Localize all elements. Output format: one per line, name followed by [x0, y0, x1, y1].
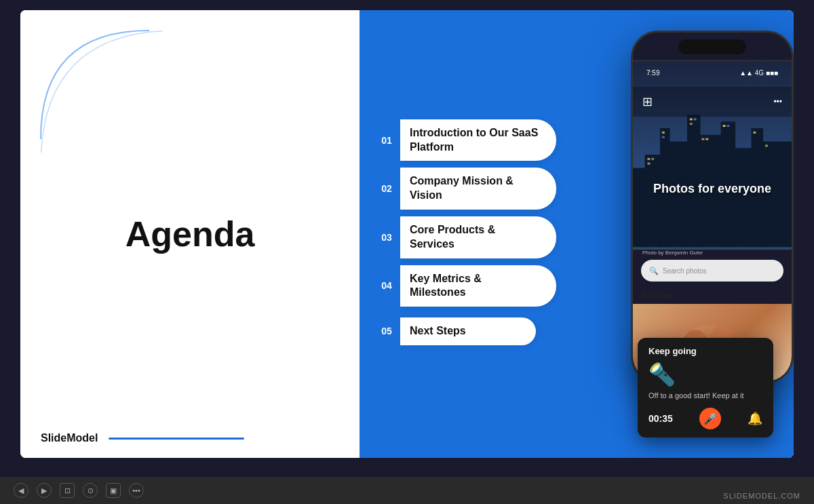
toolbar-back-button[interactable]: ◀	[14, 483, 28, 498]
agenda-badge-01: 01	[373, 123, 400, 158]
toolbar-forward-button[interactable]: ▶	[37, 483, 52, 498]
svg-rect-13	[647, 163, 650, 165]
keep-going-notification: Keep going 🔦 Off to a good start! Keep a…	[638, 338, 773, 438]
agenda-label-04: Key Metrics & Milestones	[400, 265, 556, 307]
brand-name: SlideModel	[41, 432, 98, 444]
svg-rect-22	[726, 125, 729, 127]
svg-rect-23	[753, 132, 756, 134]
slide-left-panel: Agenda SlideModel	[20, 10, 360, 458]
phone-signals: ▲▲ 4G ■■■	[739, 69, 778, 77]
svg-rect-14	[662, 132, 665, 134]
agenda-badge-04: 04	[373, 268, 400, 303]
notification-timer: 00:35	[648, 413, 673, 424]
phone-app-bar: ⊞ •••	[633, 87, 792, 117]
phone-notch	[678, 39, 746, 54]
phone-explore-label: Explore	[642, 290, 675, 301]
agenda-item-03: 03Core Products & Services	[373, 216, 604, 258]
bottom-toolbar: ◀ ▶ ⊡ ⊙ ▣ •••	[0, 477, 814, 504]
phone-screen: 7:59 ▲▲ 4G ■■■ ⊞ ••• Photos for everyone	[633, 33, 792, 381]
agenda-label-02: Company Mission & Vision	[400, 168, 556, 210]
notification-mic-button[interactable]: 🎤	[699, 408, 721, 429]
agenda-item-02: 02Company Mission & Vision	[373, 168, 604, 210]
app-menu-icon: •••	[773, 97, 782, 106]
svg-rect-19	[701, 138, 704, 140]
svg-rect-1	[633, 168, 646, 248]
app-icon: ⊞	[642, 94, 653, 109]
agenda-label-03: Core Products & Services	[400, 216, 556, 258]
svg-rect-11	[647, 158, 650, 160]
arc-decoration	[27, 17, 163, 153]
bottom-right-label: SLIDEMODEL.COM	[723, 492, 800, 500]
phone-search-bar[interactable]: 🔍 Search photos	[641, 260, 783, 282]
notification-footer: 00:35 🎤 🔔	[648, 408, 762, 429]
agenda-item-05: 05Next Steps	[373, 313, 604, 349]
toolbar-video-button[interactable]: ▣	[106, 483, 121, 498]
svg-rect-5	[687, 115, 700, 248]
notification-bell-icon: 🔔	[748, 411, 762, 426]
phone-content: 7:59 ▲▲ 4G ■■■ ⊞ ••• Photos for everyone	[633, 60, 792, 381]
agenda-items-area: 01Introduction to Our SaaS Platform02Com…	[360, 10, 604, 458]
svg-rect-18	[694, 118, 697, 120]
svg-rect-24	[765, 144, 768, 147]
slide-right-panel: 01Introduction to Our SaaS Platform02Com…	[360, 10, 794, 458]
agenda-item-01: 01Introduction to Our SaaS Platform	[373, 119, 604, 161]
agenda-badge-02: 02	[373, 171, 400, 206]
svg-rect-8	[734, 148, 752, 247]
svg-rect-16	[690, 118, 693, 120]
agenda-badge-05: 05	[373, 313, 400, 349]
phone-time: 7:59	[646, 69, 659, 77]
agenda-item-04: 04Key Metrics & Milestones	[373, 265, 604, 307]
branding-area: SlideModel	[41, 432, 244, 444]
svg-rect-21	[723, 125, 726, 127]
svg-rect-20	[705, 138, 708, 140]
brand-line	[109, 438, 244, 440]
notification-message: Off to a good start! Keep at it	[648, 391, 762, 400]
search-placeholder: Search photos	[663, 267, 707, 275]
toolbar-more-button[interactable]: •••	[129, 483, 144, 498]
svg-rect-17	[690, 123, 693, 125]
slide-title: Agenda	[125, 214, 255, 254]
slide-container: Agenda SlideModel 01Introduction to Our …	[20, 10, 794, 458]
agenda-label-01: Introduction to Our SaaS Platform	[400, 119, 556, 161]
photo-credit: Photo by Benjamin Guter	[642, 250, 703, 256]
notification-title: Keep going	[648, 346, 762, 356]
toolbar-copy-button[interactable]: ⊡	[60, 483, 75, 498]
toolbar-zoom-button[interactable]: ⊙	[83, 483, 98, 498]
search-icon: 🔍	[649, 267, 659, 275]
phone-status-bar: 7:59 ▲▲ 4G ■■■	[646, 69, 778, 77]
notification-emoji: 🔦	[648, 362, 762, 387]
svg-rect-12	[651, 158, 654, 160]
photo-overlay-text: Photos for everyone	[653, 182, 771, 196]
svg-rect-2	[645, 155, 661, 248]
svg-rect-15	[662, 136, 665, 138]
agenda-badge-03: 03	[373, 220, 400, 255]
agenda-label-05: Next Steps	[400, 317, 536, 345]
